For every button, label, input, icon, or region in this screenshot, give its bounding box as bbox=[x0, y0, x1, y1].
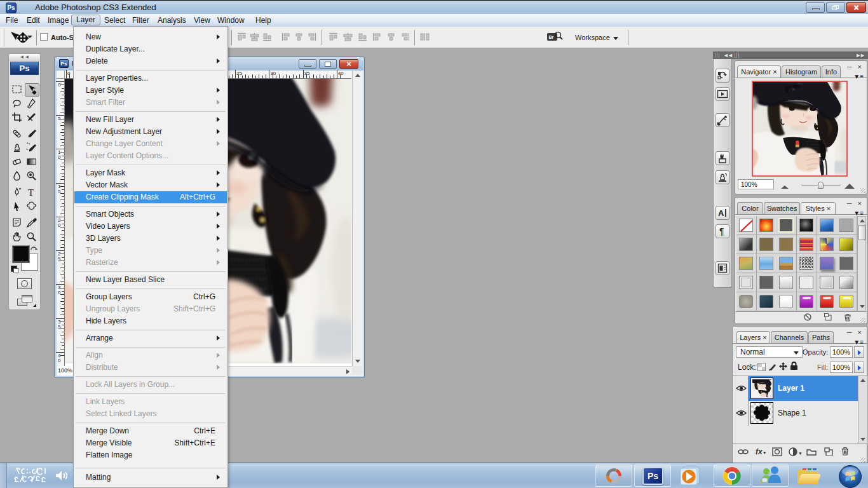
svg-text:¶: ¶ bbox=[719, 226, 724, 236]
svg-text:A: A bbox=[718, 208, 724, 218]
svg-text:T: T bbox=[28, 187, 34, 198]
svg-text:Br: Br bbox=[549, 35, 554, 39]
